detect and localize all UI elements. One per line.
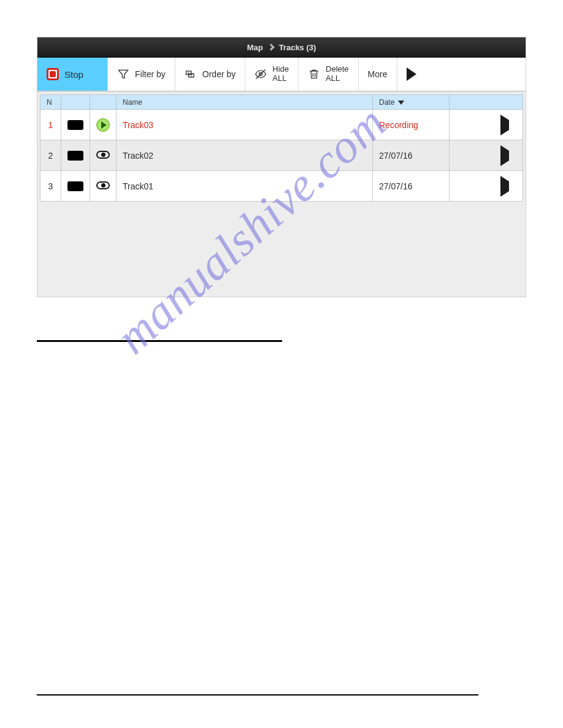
col-detail[interactable] <box>450 95 523 110</box>
col-date[interactable]: Date <box>373 95 450 110</box>
play-icon <box>96 118 110 132</box>
row-date: Recording <box>373 110 450 140</box>
row-index: 2 <box>40 140 61 171</box>
stop-icon <box>47 68 59 80</box>
row-detail-button[interactable] <box>450 110 523 140</box>
table-row[interactable]: 3 Track01 27/07/16 <box>40 171 523 202</box>
row-detail-button[interactable] <box>450 140 523 171</box>
eye-icon <box>96 151 110 159</box>
delete-all-button[interactable]: DeleteALL <box>299 58 359 91</box>
row-status[interactable] <box>90 171 117 202</box>
filter-icon <box>117 68 129 80</box>
row-status[interactable] <box>90 140 117 171</box>
toolbar: Stop Filter by AZ Order by HideALL Delet… <box>37 58 526 92</box>
chevron-right-icon <box>500 176 509 197</box>
col-status[interactable] <box>90 95 117 110</box>
row-name: Track02 <box>117 140 373 171</box>
stop-label: Stop <box>64 69 83 80</box>
hide-label: HideALL <box>272 65 289 83</box>
trash-icon <box>308 68 320 80</box>
table-row[interactable]: 2 Track02 27/07/16 <box>40 140 523 171</box>
hide-all-button[interactable]: HideALL <box>245 58 299 91</box>
more-button[interactable]: More <box>359 58 397 91</box>
next-page-button[interactable] <box>397 58 427 91</box>
footer-rule <box>37 694 478 696</box>
row-index: 3 <box>40 171 61 202</box>
row-detail-button[interactable] <box>450 171 523 202</box>
row-date: 27/07/16 <box>373 140 450 171</box>
chevron-right-icon <box>500 145 509 166</box>
row-color[interactable] <box>61 110 90 140</box>
more-label: More <box>368 69 388 79</box>
chevron-right-icon <box>267 44 274 50</box>
stop-button[interactable]: Stop <box>37 58 108 91</box>
sort-az-icon: AZ <box>185 68 197 80</box>
svg-text:A: A <box>187 71 190 75</box>
row-status[interactable] <box>90 110 117 140</box>
row-date: 27/07/16 <box>373 171 450 202</box>
color-swatch-icon <box>67 151 83 161</box>
filter-button[interactable]: Filter by <box>108 58 175 91</box>
col-n[interactable]: N <box>40 95 61 110</box>
breadcrumb: Map Tracks (3) <box>37 37 526 58</box>
col-color[interactable] <box>61 95 90 110</box>
row-name: Track01 <box>117 171 373 202</box>
chevron-right-icon <box>407 67 416 81</box>
hide-icon <box>255 68 267 80</box>
col-name[interactable]: Name <box>117 95 373 110</box>
sort-desc-icon <box>398 100 404 105</box>
color-swatch-icon <box>67 181 83 191</box>
svg-text:Z: Z <box>191 74 193 77</box>
eye-icon <box>96 181 110 189</box>
order-button[interactable]: AZ Order by <box>175 58 245 91</box>
tracks-app: Map Tracks (3) Stop Filter by AZ Order b… <box>37 37 526 297</box>
section-rule <box>37 340 282 342</box>
row-index: 1 <box>40 110 61 140</box>
chevron-right-icon <box>500 115 509 135</box>
order-label: Order by <box>202 69 236 79</box>
filter-label: Filter by <box>135 69 166 79</box>
row-name: Track03 <box>117 110 373 140</box>
row-color[interactable] <box>61 140 90 171</box>
table-row[interactable]: 1 Track03 Recording <box>40 110 523 140</box>
tracks-table: N Name Date 1 Track03 Recording <box>40 94 523 202</box>
breadcrumb-map[interactable]: Map <box>247 43 263 52</box>
tracks-table-wrap: N Name Date 1 Track03 Recording <box>37 92 526 297</box>
color-swatch-icon <box>67 120 83 130</box>
delete-label: DeleteALL <box>326 65 349 83</box>
empty-area <box>40 202 523 297</box>
breadcrumb-tracks[interactable]: Tracks (3) <box>279 43 316 52</box>
row-color[interactable] <box>61 171 90 202</box>
